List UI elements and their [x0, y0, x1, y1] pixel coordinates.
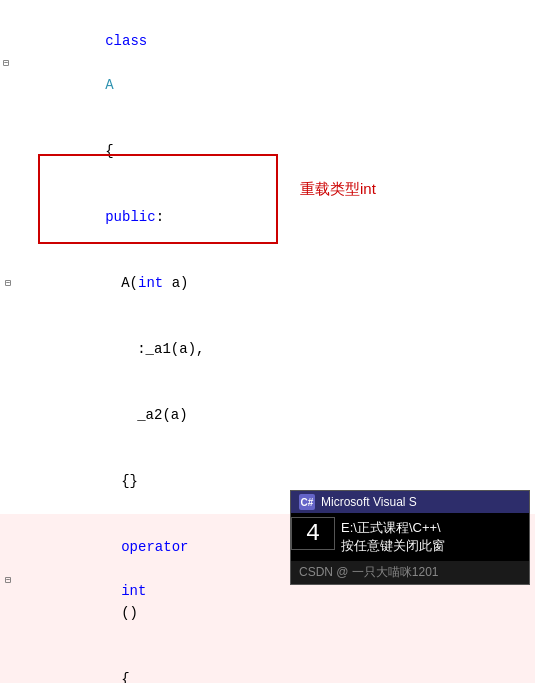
code-line: ⊟ class A	[0, 8, 535, 118]
brace: {	[121, 671, 129, 683]
line-content: :_a1(a),	[30, 316, 535, 382]
popup-credit: CSDN @ 一只大喵咪1201	[299, 565, 439, 579]
code-line: ⊟ A(int a)	[0, 250, 535, 316]
initializer-a2: _a2(a)	[137, 407, 187, 423]
keyword-operator: operator	[121, 539, 188, 555]
code-editor: ⊟ class A { public: ⊟	[0, 0, 535, 683]
line-content: {	[30, 646, 535, 683]
line-content: {	[30, 118, 535, 184]
fold-icon[interactable]: ⊟	[0, 57, 12, 69]
popup-number: 4	[291, 517, 335, 550]
code-line: {	[0, 118, 535, 184]
code-line: :_a1(a),	[0, 316, 535, 382]
line-content: class A	[30, 8, 535, 118]
class-name-a: A	[105, 77, 113, 93]
brace-open: {	[105, 143, 113, 159]
initializer-a1: :_a1(a),	[137, 341, 204, 357]
space	[105, 55, 113, 71]
popup-title: C# Microsoft Visual S	[291, 491, 529, 513]
popup-icon: C#	[299, 494, 315, 510]
popup-close: 按任意键关闭此窗	[341, 537, 445, 555]
keyword-int: int	[138, 275, 163, 291]
keyword-class: class	[105, 33, 147, 49]
parens: ()	[121, 605, 138, 621]
code-line-highlighted: {	[0, 646, 535, 683]
line-content: A(int a)	[30, 250, 535, 316]
space	[121, 561, 129, 577]
popup-window: C# Microsoft Visual S 4 E:\正式课程\C++\ 按任意…	[290, 490, 530, 585]
fn-a: A(	[121, 275, 138, 291]
keyword-int-op: int	[121, 583, 146, 599]
keyword-public: public	[105, 209, 155, 225]
line-content: _a2(a)	[30, 382, 535, 448]
popup-title-text: Microsoft Visual S	[321, 495, 417, 509]
line-content: public:	[30, 184, 535, 250]
empty-braces: {}	[121, 473, 138, 489]
colon: :	[156, 209, 164, 225]
code-line: public:	[0, 184, 535, 250]
popup-path: E:\正式课程\C++\	[341, 519, 445, 537]
fold-icon[interactable]: ⊟	[2, 277, 14, 289]
code-line: _a2(a)	[0, 382, 535, 448]
fold-icon[interactable]: ⊟	[2, 574, 14, 586]
param-a: a)	[163, 275, 188, 291]
